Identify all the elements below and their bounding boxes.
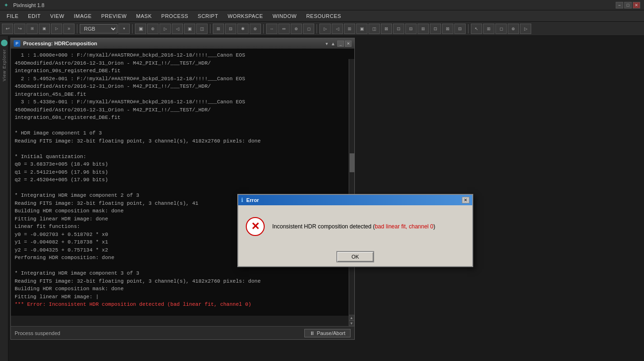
toolbar-more[interactable]: »	[63, 24, 75, 34]
toolbar-b1[interactable]: ⊕	[147, 24, 159, 34]
console-line-13: * Initial quantization:	[15, 153, 351, 161]
dialog-msg-highlight: bad linear fit, channel 0	[375, 223, 433, 230]
toolbar-c1[interactable]: ⊞	[213, 24, 224, 34]
toolbar-b4[interactable]: ▣	[184, 24, 195, 34]
toolbar-c2[interactable]: ⊟	[225, 24, 236, 34]
minimize-button[interactable]: −	[616, 2, 623, 8]
scroll-up-arrow[interactable]: ▲	[349, 315, 354, 320]
scroll-arrows: ▲ ▼	[349, 315, 354, 326]
menu-edit[interactable]: EDIT	[23, 12, 45, 20]
console-line-2: integration_90s_registered_DBE.fit	[15, 67, 351, 75]
maximize-button[interactable]: □	[624, 2, 632, 8]
toolbar-f1[interactable]: ⊞	[483, 24, 494, 34]
toolbar-dropdown-arrow[interactable]: ▾	[118, 24, 130, 34]
toolbar-sep3	[210, 24, 210, 34]
toolbar-e9[interactable]: ⊞	[418, 24, 429, 34]
toolbar: ↩ ↪ ⊞ ▣ ▷ » RGB ▾ ▣ ⊕ ▷ ◁ ▣ ◫ ⊞ ⊟ ✱ ⊕ ↔ …	[0, 22, 644, 36]
toolbar-b3[interactable]: ◁	[172, 24, 183, 34]
toolbar-monitor[interactable]: ▣	[135, 24, 146, 34]
toolbar-redo[interactable]: ↪	[14, 24, 25, 34]
menu-view[interactable]: VIEW	[45, 12, 69, 20]
pause-abort-button[interactable]: ⏸ Pause/Abort	[304, 329, 351, 337]
processing-collapse[interactable]: ▾	[325, 41, 329, 46]
console-line-15: q1 = 2.54121e+005 (17.96 bits)	[15, 168, 351, 176]
side-icon-1	[1, 40, 8, 46]
toolbar-e6[interactable]: ⊠	[381, 24, 392, 34]
ok-button[interactable]: OK	[336, 251, 374, 262]
toolbar-e10[interactable]: ⊡	[430, 24, 441, 34]
close-button[interactable]: ✕	[633, 2, 640, 8]
console-line-5: integration_45s_DBE.fit	[15, 91, 351, 99]
side-label-view[interactable]: View Explorer	[2, 49, 7, 81]
processing-window: P Processing: HDRComposition ▾ ▲ _ ✕ 1 :…	[10, 38, 355, 340]
processing-title: Processing: HDRComposition	[23, 41, 97, 46]
toolbar-sep2	[132, 24, 133, 34]
menu-script[interactable]: SCRIPT	[193, 12, 223, 20]
toolbar-f2[interactable]: ◻	[495, 24, 507, 34]
main-area: View Explorer P Processing: HDRCompositi…	[0, 36, 644, 361]
console-line-4: 450Dmodified/Astro/2016-12-31_Orion - M4…	[15, 83, 351, 91]
toolbar-nav1[interactable]: ⊞	[26, 24, 38, 34]
scrollbar-thumb[interactable]	[350, 153, 354, 172]
toolbar-sep1	[77, 24, 77, 34]
processing-expand[interactable]: ▲	[330, 41, 336, 46]
toolbar-nav2[interactable]: ▣	[39, 24, 50, 34]
menu-file[interactable]: FILE	[2, 12, 23, 20]
toolbar-e2[interactable]: ◁	[332, 24, 343, 34]
console-line-14: q0 = 3.68373e+005 (18.49 bits)	[15, 160, 351, 168]
menu-bar: FILE EDIT VIEW IMAGE PREVIEW MASK PROCES…	[0, 10, 644, 22]
menu-mask[interactable]: MASK	[132, 12, 157, 20]
menu-process[interactable]: PROCESS	[157, 12, 193, 20]
pause-icon: ⏸	[309, 330, 315, 336]
toolbar-e3[interactable]: ⊞	[344, 24, 355, 34]
toolbar-f3[interactable]: ⊕	[508, 24, 519, 34]
console-line-31: Fitting linear HDR image: |	[15, 293, 351, 301]
console-area: 1 : 1.0000e+000 : F:/!myXall/##ASTRO##_b…	[11, 49, 354, 316]
toolbar-d4[interactable]: ◻	[303, 24, 314, 34]
toolbar-b5[interactable]: ◫	[196, 24, 208, 34]
toolbar-e11[interactable]: ⊠	[442, 24, 453, 34]
scroll-down-arrow[interactable]: ▼	[349, 320, 354, 326]
console-line-30: Building HDR composition mask: done	[15, 285, 351, 293]
dialog-close-button[interactable]: ✕	[462, 197, 469, 203]
pause-abort-label: Pause/Abort	[317, 330, 345, 336]
console-line-11: Reading FITS image: 32-bit floating poin…	[15, 137, 351, 145]
color-space-dropdown[interactable]: RGB	[80, 24, 117, 34]
toolbar-d2[interactable]: ⇔	[278, 24, 290, 34]
console-scrollbar[interactable]	[349, 59, 354, 326]
toolbar-nav3[interactable]: ▷	[51, 24, 62, 34]
processing-titlebar: P Processing: HDRComposition ▾ ▲ _ ✕	[11, 38, 354, 49]
dialog-footer: OK	[238, 247, 472, 266]
toolbar-cursor[interactable]: ↖	[471, 24, 482, 34]
console-line-6: 3 : 5.4338e-001 : F:/!myXall/##ASTRO##_b…	[15, 98, 351, 106]
console-line-10: * HDR image component 1 of 3	[15, 129, 351, 137]
dialog-error-icon: ✕	[246, 217, 265, 236]
toolbar-e4[interactable]: ▣	[356, 24, 368, 34]
toolbar-e12[interactable]: ⊟	[454, 24, 466, 34]
toolbar-undo[interactable]: ↩	[2, 24, 13, 34]
app-title: PixInsight 1.8	[13, 2, 44, 8]
console-line-0: 1 : 1.0000e+000 : F:/!myXall/##ASTRO##_b…	[15, 51, 351, 59]
side-panel-left: View Explorer	[0, 36, 8, 361]
menu-image[interactable]: IMAGE	[69, 12, 96, 20]
processing-statusbar: Process suspended ⏸ Pause/Abort	[11, 326, 354, 339]
console-line-1: 450Dmodified/Astro/2016-12-31_Orion - M4…	[15, 59, 351, 67]
toolbar-e8[interactable]: ⊟	[405, 24, 417, 34]
toolbar-b2[interactable]: ▷	[159, 24, 171, 34]
dialog-msg-prefix: Inconsistent HDR composition detected (	[272, 223, 375, 230]
menu-resources[interactable]: RESOURCES	[301, 12, 346, 20]
toolbar-d3[interactable]: ⊕	[291, 24, 302, 34]
processing-close[interactable]: ✕	[345, 41, 351, 47]
toolbar-e5[interactable]: ◫	[368, 24, 380, 34]
menu-workspace[interactable]: WORKSPACE	[223, 12, 268, 20]
toolbar-e1[interactable]: ▷	[319, 24, 331, 34]
toolbar-c3[interactable]: ✱	[237, 24, 249, 34]
toolbar-e7[interactable]: ⊡	[393, 24, 404, 34]
menu-preview[interactable]: PREVIEW	[96, 12, 131, 20]
dialog-msg-suffix: )	[434, 223, 435, 230]
toolbar-d1[interactable]: ↔	[266, 24, 277, 34]
processing-minimize[interactable]: _	[337, 41, 344, 47]
toolbar-c4[interactable]: ⊕	[250, 24, 261, 34]
toolbar-f4[interactable]: ▷	[520, 24, 531, 34]
menu-window[interactable]: WINDOW	[268, 12, 301, 20]
